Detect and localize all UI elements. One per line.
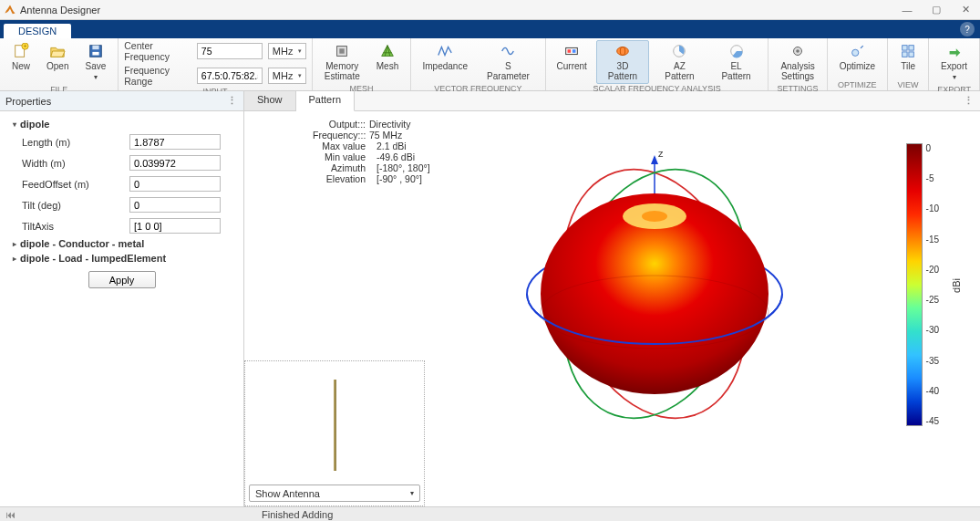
view-tabs: Show Pattern ⋮ (244, 91, 980, 111)
center-freq-unit-dropdown[interactable]: MHz▾ (268, 43, 306, 59)
sparam-label: S Parameter (483, 61, 532, 81)
new-doc-icon: + (13, 43, 29, 59)
antenna-preview-panel: Show Antenna▾ (244, 360, 425, 506)
center-freq-label: Center Frequency (124, 40, 191, 62)
tilt-input[interactable] (129, 197, 221, 213)
gear-icon (789, 43, 806, 59)
group-mesh: Memory Estimate Mesh MESH (313, 38, 411, 90)
nav-back-icon[interactable]: ⏮ (5, 509, 15, 520)
close-button[interactable]: ✕ (954, 2, 976, 18)
tab-design[interactable]: DESIGN (4, 24, 71, 38)
mesh-button[interactable]: Mesh (370, 40, 405, 74)
minimize-button[interactable]: — (896, 2, 918, 18)
tile-button[interactable]: Tile (893, 40, 923, 74)
feedoffset-input[interactable] (129, 176, 221, 192)
current-button[interactable]: Current (552, 40, 593, 74)
save-button[interactable]: Save▾ (78, 40, 112, 85)
titlebar: Antenna Designer — ▢ ✕ (0, 0, 980, 20)
statusbar: ⏮ Finished Adding (0, 506, 980, 521)
group-view: Tile VIEW (888, 38, 929, 90)
toolstrip: + New Open Save▾ FILE Center Frequency M… (0, 38, 980, 91)
length-input[interactable] (129, 134, 221, 150)
svg-rect-8 (340, 48, 345, 53)
svg-rect-26 (909, 52, 913, 57)
z-axis-label: z (658, 148, 664, 159)
export-button[interactable]: Export▾ (934, 40, 974, 85)
svg-point-16 (617, 47, 629, 56)
mesh-icon (379, 43, 396, 59)
radiation-pattern-3d: z (490, 130, 819, 458)
impedance-button[interactable]: Impedance (417, 40, 473, 74)
length-label: Length (m) (22, 137, 122, 148)
maximize-button[interactable]: ▢ (925, 2, 947, 18)
mesh-label: Mesh (377, 61, 398, 71)
elpattern-icon (728, 43, 745, 59)
svg-rect-23 (903, 46, 907, 50)
3d-pattern-button[interactable]: 3D Pattern (596, 40, 650, 84)
sparameter-icon (500, 43, 516, 59)
colorbar-ticks: 0 -5 -10 -15 -20 -25 -30 -35 -40 -45 (923, 143, 939, 426)
new-button[interactable]: + New (5, 40, 36, 74)
width-input[interactable] (129, 155, 221, 171)
group-export: Export▾ EXPORT (929, 38, 980, 90)
memory-estimate-button[interactable]: Memory Estimate (318, 40, 366, 84)
tile-label: Tile (901, 61, 915, 71)
properties-menu-icon[interactable]: ⋮ (227, 95, 238, 107)
analysis-settings-button[interactable]: Analysis Settings (774, 40, 820, 84)
group-scalar: Current 3D Pattern AZ Pattern EL Pattern… (546, 38, 769, 90)
pattern3d-label: 3D Pattern (603, 61, 644, 81)
apply-button[interactable]: Apply (88, 271, 156, 288)
impedance-icon (437, 43, 453, 59)
svg-rect-5 (92, 46, 98, 50)
group-settings: Analysis Settings SETTINGS (769, 38, 827, 90)
tab-show[interactable]: Show (244, 91, 296, 110)
current-icon (563, 43, 580, 59)
help-icon[interactable]: ? (960, 22, 975, 36)
properties-title: Properties (5, 96, 51, 107)
optimize-icon (849, 43, 865, 59)
sparam-button[interactable]: S Parameter (477, 40, 539, 84)
tabs-menu-icon[interactable]: ⋮ (958, 91, 980, 110)
properties-panel: Properties ⋮ ▾dipole Length (m) Width (m… (0, 91, 244, 506)
antenna-canvas[interactable] (249, 365, 420, 485)
group-file: + New Open Save▾ FILE (0, 38, 119, 90)
export-icon (946, 43, 963, 59)
svg-point-22 (852, 49, 859, 56)
svg-point-34 (642, 211, 667, 222)
group-optimize: Optimize OPTIMIZE (828, 38, 888, 90)
pattern-canvas[interactable]: Output:::Directivity Frequency:::75 MHz … (244, 111, 980, 506)
el-pattern-button[interactable]: EL Pattern (710, 40, 763, 84)
freq-range-input[interactable] (197, 68, 263, 84)
colorbar-unit: dBi (951, 278, 962, 293)
tab-pattern[interactable]: Pattern (296, 91, 355, 111)
memory-estimate-label: Memory Estimate (325, 61, 360, 81)
section-load[interactable]: ▸dipole - Load - lumpedElement (9, 251, 234, 266)
status-message: Finished Adding (262, 509, 333, 520)
svg-text:+: + (24, 43, 27, 49)
az-label: AZ Pattern (659, 61, 700, 81)
optimize-button[interactable]: Optimize (833, 40, 882, 74)
center-freq-input[interactable] (197, 43, 263, 59)
impedance-label: Impedance (422, 61, 467, 71)
open-label: Open (46, 61, 68, 71)
group-vector: Impedance S Parameter VECTOR FREQUENCY A… (411, 38, 545, 90)
svg-marker-28 (651, 155, 658, 164)
tile-icon (900, 43, 916, 59)
save-icon (88, 43, 104, 59)
freq-range-unit-dropdown[interactable]: MHz▾ (268, 68, 306, 84)
tilt-label: Tilt (deg) (22, 200, 122, 211)
width-label: Width (m) (22, 158, 122, 169)
ribbon-tabstrip: DESIGN ? (0, 20, 980, 38)
open-button[interactable]: Open (40, 40, 75, 74)
svg-rect-25 (903, 52, 907, 57)
section-dipole[interactable]: ▾dipole (9, 117, 234, 131)
az-pattern-button[interactable]: AZ Pattern (653, 40, 707, 84)
colorbar-gradient (906, 143, 923, 426)
section-conductor[interactable]: ▸dipole - Conductor - metal (9, 236, 234, 251)
antenna-geometry-icon (334, 380, 336, 471)
antenna-view-dropdown[interactable]: Show Antenna▾ (249, 485, 420, 502)
tiltaxis-input[interactable] (129, 218, 221, 234)
svg-rect-14 (568, 49, 572, 53)
matlab-logo-icon (4, 4, 16, 16)
window-title: Antenna Designer (20, 5, 100, 16)
